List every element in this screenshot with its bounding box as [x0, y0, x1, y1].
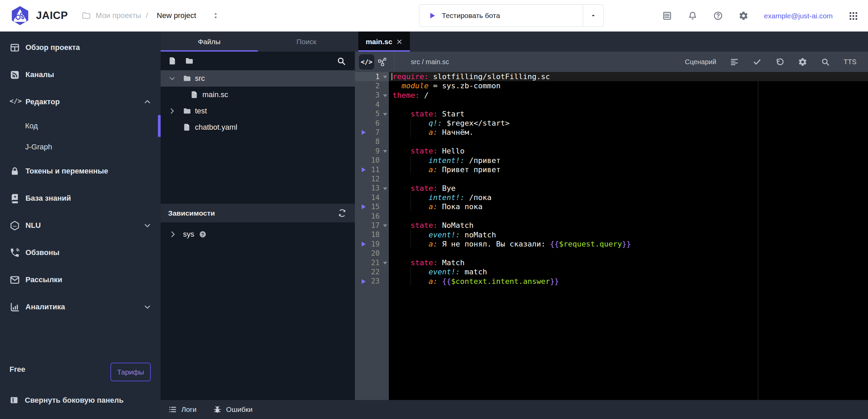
question-badge-icon[interactable]: ? — [199, 231, 206, 238]
new-file-icon[interactable] — [168, 56, 177, 66]
code-view-button[interactable]: </> — [359, 54, 374, 70]
sidebar-item-knowledge-base[interactable]: База знаний — [0, 185, 161, 212]
test-bot-button[interactable]: Тестировать бота — [419, 4, 604, 27]
code-line-7[interactable]: a: Начнём. — [389, 128, 868, 137]
sidebar-item-calls[interactable]: Обзвоны — [0, 239, 161, 266]
new-folder-icon[interactable] — [185, 56, 194, 66]
editor-tab-main-sc[interactable]: main.sc — [358, 32, 410, 52]
tab-search[interactable]: Поиск — [258, 32, 355, 52]
project-select-arrows-icon[interactable] — [211, 11, 220, 20]
validate-check-icon[interactable] — [753, 57, 762, 67]
debug-marker-icon[interactable] — [362, 130, 366, 135]
code-line-17[interactable]: state: NoMatch — [389, 221, 868, 230]
dependency-sys[interactable]: sys ? — [161, 225, 355, 243]
sidebar-item-code[interactable]: Код — [0, 115, 161, 136]
sidebar-item-channels[interactable]: Каналы — [0, 61, 161, 88]
breadcrumb-projects[interactable]: Мои проекты — [96, 11, 141, 20]
code-line-14[interactable]: intent!: /пока — [389, 193, 868, 202]
debug-marker-icon[interactable] — [362, 279, 366, 284]
brand[interactable]: JAICP — [10, 5, 68, 26]
search-files-icon[interactable] — [337, 56, 346, 66]
fold-arrow-icon[interactable] — [383, 94, 387, 97]
folder-icon — [183, 107, 192, 115]
code-line-12[interactable] — [389, 174, 868, 183]
code-line-5[interactable]: state: Start — [389, 109, 868, 119]
code-line-22[interactable]: event!: match — [389, 267, 868, 276]
journal-icon[interactable] — [662, 11, 672, 21]
code-line-8[interactable] — [389, 137, 868, 146]
code-line-11[interactable]: a: Привет привет — [389, 165, 868, 174]
line-number: 2 — [375, 82, 380, 90]
file-tree: srcmain.sctestchatbot.yaml — [161, 70, 355, 135]
tree-file-main-sc[interactable]: main.sc — [161, 87, 355, 103]
sidebar-item-mailings[interactable]: Рассылки — [0, 266, 161, 293]
debug-marker-icon[interactable] — [362, 204, 366, 209]
project-name[interactable]: New project — [157, 11, 196, 20]
sidebar-item-editor[interactable]: </>Редактор — [0, 88, 161, 115]
tree-folder-src[interactable]: src — [161, 70, 355, 87]
code-line-6[interactable]: q!: $regex</start> — [389, 119, 868, 128]
undo-icon[interactable] — [775, 57, 784, 67]
code-line-19[interactable]: a: Я не понял. Вы сказали: {{$request.qu… — [389, 239, 868, 249]
sidebar-item-nlu[interactable]: NLU — [0, 212, 161, 239]
code-line-13[interactable]: state: Bye — [389, 184, 868, 193]
bell-icon[interactable] — [688, 11, 698, 21]
code-line-2[interactable]: module = sys.zb-common — [389, 81, 868, 90]
editor-search-icon[interactable] — [821, 57, 830, 67]
code-column[interactable]: require: slotfilling/slotFilling.sc modu… — [389, 72, 868, 400]
fold-arrow-icon[interactable] — [383, 187, 387, 190]
format-icon[interactable] — [730, 57, 739, 67]
help-icon[interactable] — [713, 11, 723, 21]
jgraph-view-button[interactable] — [374, 54, 390, 70]
editor: main.sc </> src / main.sc Сценарий TTS — [355, 32, 868, 419]
tree-folder-test[interactable]: test — [161, 103, 355, 119]
tariffs-button[interactable]: Тарифы — [110, 363, 151, 381]
chevron-right-icon[interactable] — [169, 230, 177, 238]
logs-button[interactable]: Логи — [168, 405, 197, 414]
code-line-9[interactable]: state: Hello — [389, 146, 868, 156]
fold-arrow-icon[interactable] — [383, 224, 387, 227]
debug-marker-icon[interactable] — [362, 242, 366, 247]
tab-files[interactable]: Файлы — [161, 32, 258, 52]
gutter-line-12: 12 — [355, 174, 389, 183]
code-line-15[interactable]: a: Пока пока — [389, 202, 868, 211]
code-line-18[interactable]: event!: noMatch — [389, 230, 868, 239]
sidebar-item-tokens[interactable]: Токены и переменные — [0, 158, 161, 185]
line-number: 23 — [371, 277, 380, 285]
chevron-down-icon — [143, 303, 152, 311]
errors-button[interactable]: Ошибки — [213, 405, 253, 414]
close-tab-icon[interactable] — [396, 39, 402, 45]
sidebar-item-j-graph[interactable]: J-Graph — [0, 136, 161, 158]
fold-arrow-icon[interactable] — [383, 76, 387, 78]
tts-button[interactable]: TTS — [844, 58, 856, 66]
sidebar-item-analytics[interactable]: Аналитика — [0, 293, 161, 321]
editor-settings-icon[interactable] — [798, 57, 807, 67]
code-line-23[interactable]: a: {{$context.intent.answer}} — [389, 277, 868, 286]
chevron-right-icon[interactable] — [168, 107, 176, 115]
sidebar-item-project-overview[interactable]: Обзор проекта — [0, 34, 161, 61]
apps-grid-icon[interactable] — [848, 11, 858, 21]
collapse-sidebar-button[interactable]: Свернуть боковую панель — [10, 396, 124, 405]
fold-arrow-icon[interactable] — [383, 113, 387, 116]
collapse-panel-icon — [10, 396, 19, 405]
tree-file-chatbot-yaml[interactable]: chatbot.yaml — [161, 119, 355, 135]
code-line-16[interactable] — [389, 212, 868, 221]
debug-marker-icon[interactable] — [362, 167, 366, 172]
sync-icon[interactable] — [338, 208, 347, 218]
code-line-1[interactable]: require: slotfilling/slotFilling.sc — [389, 72, 868, 81]
code-line-20[interactable] — [389, 249, 868, 258]
chevron-down-icon[interactable] — [168, 74, 176, 83]
fold-arrow-icon[interactable] — [383, 150, 387, 153]
chevron-down-icon[interactable] — [590, 12, 597, 19]
code-line-3[interactable]: theme: / — [389, 91, 868, 100]
code-line-21[interactable]: state: Match — [389, 258, 868, 267]
code-line-10[interactable]: intent!: /привет — [389, 156, 868, 165]
editor-toolbar: </> src / main.sc Сценарий TTS — [355, 52, 868, 72]
gear-icon[interactable] — [739, 11, 748, 21]
code-line-4[interactable] — [389, 100, 868, 109]
tree-node-label: chatbot.yaml — [195, 123, 237, 132]
line-number: 13 — [371, 184, 380, 192]
phone-icon — [10, 248, 20, 258]
fold-arrow-icon[interactable] — [383, 262, 387, 265]
account-email[interactable]: example@just-ai.com — [764, 12, 833, 20]
